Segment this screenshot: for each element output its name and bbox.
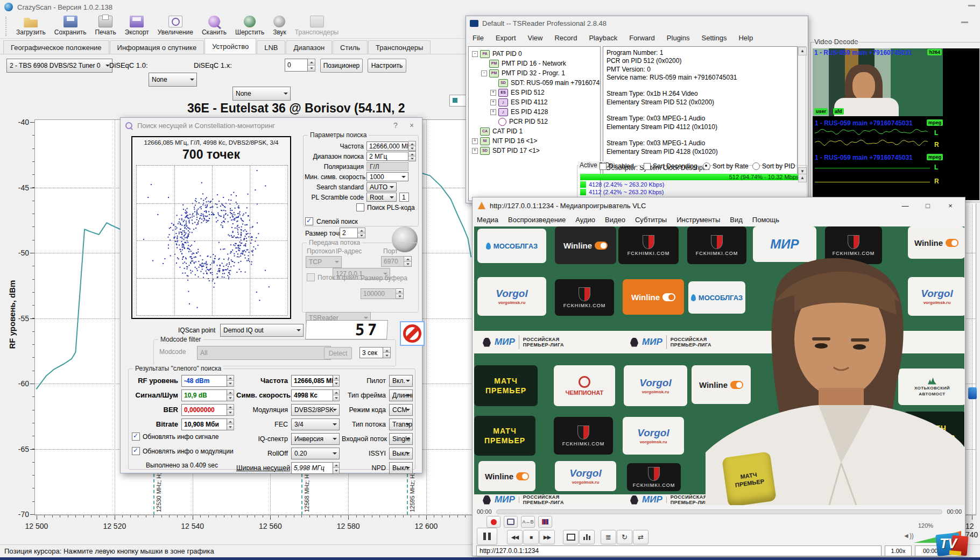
pid-rate-bar[interactable]: 512 (94.74% - 10.32 Mbps) [580, 174, 803, 180]
tree-expander[interactable]: + [490, 109, 496, 115]
sort-by-rate-option[interactable]: Sort by Rate [703, 162, 749, 170]
vlc-minimize-button[interactable]: — [896, 200, 914, 211]
frame-button[interactable] [538, 516, 552, 528]
seek-slider[interactable] [496, 509, 943, 514]
sort-by-pid-radio[interactable] [752, 162, 760, 170]
menu-item[interactable]: File [473, 34, 484, 42]
vlc-close-button[interactable]: × [941, 200, 960, 211]
shuffle-button[interactable]: ⇄ [633, 530, 648, 544]
result-control[interactable]: -48 dBm [181, 375, 227, 387]
vlc-titlebar[interactable]: http://127.0.0.1:1234 - Медиапроигрывате… [473, 197, 965, 214]
tree-expander[interactable]: + [490, 100, 496, 105]
stream-address-input[interactable] [476, 545, 882, 556]
param-control[interactable]: 12666,000 МГц [366, 141, 408, 151]
tree-expander[interactable] [490, 119, 496, 125]
tree-expander[interactable] [472, 129, 478, 134]
menu-item[interactable]: Export [496, 34, 516, 42]
tree-item[interactable]: SD SDT: RUS-059 main +79160745 [469, 78, 600, 88]
disabled-option[interactable]: Disabled [600, 162, 634, 170]
blind-search-checkbox[interactable] [305, 217, 313, 225]
param-control[interactable]: Root [366, 193, 397, 202]
blind-search-row[interactable]: Слепой поиск [305, 217, 358, 225]
param-control[interactable]: 1000 [366, 172, 408, 181]
result-control[interactable]: Инверсия [291, 433, 340, 445]
stop-button[interactable] [400, 321, 425, 346]
result-control[interactable]: 10,9 dB [181, 389, 227, 401]
vlc-video-area[interactable]: МОСОБЛГАЗWinlineFCKHIMKI.COMFCKHIMKI.COM… [474, 226, 964, 505]
bars-scroll-up-icon[interactable]: ▲ [798, 174, 807, 182]
menu-item[interactable]: Playback [589, 34, 617, 42]
loop-ab-button[interactable]: A↔B [521, 516, 535, 528]
param-control[interactable]: 2 МГц [366, 152, 408, 161]
pause-button[interactable] [477, 528, 497, 545]
update-signal-row[interactable]: Обновлять инфо сигнале [132, 433, 218, 441]
result-control[interactable]: 0,0000000 [181, 404, 227, 416]
vlc-maximize-button[interactable]: □ [919, 200, 937, 211]
result-control[interactable]: Выкл. [389, 462, 413, 474]
tree-expander[interactable]: + [472, 138, 478, 144]
loop-button[interactable]: ↻ [617, 530, 632, 544]
tree-item[interactable]: PCR PID 512 [469, 117, 600, 126]
pid-rate-bar[interactable]: 4112 (2.42% ~ 263.20 Kbps) [580, 189, 803, 195]
menu-item[interactable]: Вид [730, 216, 743, 224]
result-control[interactable]: 12666,085 МГ [291, 375, 333, 387]
update-modulation-checkbox[interactable] [132, 447, 140, 455]
sort-descending-checkbox[interactable] [644, 163, 651, 170]
tree-item[interactable]: + ♪ ES PID 4112 [469, 97, 600, 107]
playback-rate[interactable]: 1.00x [885, 545, 912, 556]
next-button[interactable]: ▶▶ [539, 530, 555, 544]
dialog-close-button[interactable]: × [406, 120, 418, 131]
menu-item[interactable]: View [528, 34, 543, 42]
update-signal-checkbox[interactable] [132, 433, 140, 441]
result-control[interactable]: 0.20 [291, 448, 340, 459]
menu-item[interactable]: Субтитры [635, 216, 667, 224]
point-size-stepper[interactable]: 2 [340, 228, 365, 238]
snapshot-button[interactable] [504, 516, 518, 528]
playlist-button[interactable]: ≣ [601, 530, 616, 544]
tree-expander[interactable]: + [472, 148, 478, 154]
tree-item[interactable]: PM PMT PID 16 - Network [469, 59, 600, 68]
sort-by-pid-option[interactable]: Sort by PID [752, 162, 795, 170]
tree-expander[interactable]: - [472, 51, 478, 57]
scroll-up-icon[interactable]: ▲ [798, 47, 807, 55]
dialog-help-button[interactable]: ? [390, 120, 401, 131]
volume-icon[interactable]: ◄)) [903, 532, 914, 540]
tree-item[interactable]: + ES ES PID 512 [469, 88, 600, 97]
result-control[interactable]: Длинный [389, 389, 413, 401]
tree-item[interactable]: + ♪ ES PID 4128 [469, 107, 600, 117]
menu-item[interactable]: Видео [605, 216, 625, 224]
tree-item[interactable]: - PM PMT PID 32 - Progr. 1 [469, 68, 600, 78]
update-modulation-row[interactable]: Обновлять инфо о модуляции [132, 447, 234, 455]
menu-item[interactable]: Медиа [477, 216, 498, 224]
tree-expander[interactable]: + [490, 90, 496, 96]
menu-item[interactable]: Settings [701, 34, 727, 42]
result-control[interactable]: Single [389, 433, 413, 445]
menu-item[interactable]: Инструменты [676, 216, 720, 224]
pls-search-checkbox[interactable] [356, 203, 364, 211]
tree-item[interactable]: + SD SDT PID 17 <1> [469, 146, 600, 155]
info-scrollbar[interactable]: ▲ ▼ [798, 46, 806, 176]
sort-descending-option[interactable]: Sort Decending [644, 162, 697, 170]
menu-item[interactable]: Help [738, 34, 753, 42]
disabled-checkbox[interactable] [600, 163, 607, 170]
result-control[interactable]: 10,908 Мби [181, 419, 227, 430]
result-control[interactable]: Вкл. [389, 375, 413, 387]
pls-search-row[interactable]: Поиск PLS-кода [356, 203, 415, 211]
tree-item[interactable]: + NI NIT PID 16 <1> [469, 136, 600, 146]
background-window-minimize[interactable] [968, 5, 975, 6]
fullscreen-button[interactable] [563, 530, 579, 544]
result-control[interactable]: Выкл. [389, 448, 413, 459]
menu-item[interactable]: Record [554, 34, 577, 42]
tree-expander[interactable]: - [481, 70, 487, 76]
record-button[interactable] [487, 516, 500, 528]
menu-item[interactable]: Помощь [752, 216, 779, 224]
pid-rate-bar[interactable]: 4128 (2.42% ~ 263.20 Kbps) [580, 181, 803, 188]
menu-item[interactable]: Аудио [575, 216, 595, 224]
tab[interactable]: Устройство [205, 38, 256, 54]
previous-button[interactable]: ◀◀ [507, 530, 523, 544]
iqscan-select[interactable]: Demod IQ out [220, 324, 304, 337]
stop-playback-button[interactable]: ■ [523, 530, 539, 544]
result-control[interactable]: DVBS2/8PSK [291, 404, 340, 416]
sort-by-rate-radio[interactable] [703, 162, 710, 170]
tree-item[interactable]: - PA PAT PID 0 [469, 49, 600, 59]
